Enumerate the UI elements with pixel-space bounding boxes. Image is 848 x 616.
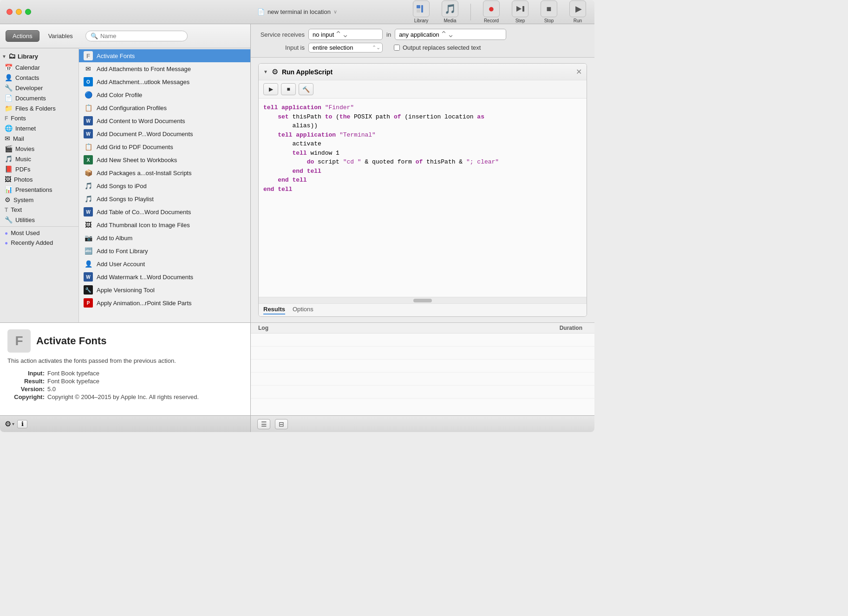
action-add-attach-front[interactable]: ✉ Add Attachments to Front Message: [79, 62, 250, 75]
run-button[interactable]: ▶ Run: [568, 0, 588, 23]
hammer-button[interactable]: 🔨: [299, 83, 313, 95]
collapse-arrow[interactable]: ▼: [263, 69, 268, 74]
close-button[interactable]: [7, 9, 13, 15]
detail-action-icon: F: [7, 329, 31, 353]
action-label-add-thumbnail: Add Thumbnail Icon to Image Files: [97, 222, 190, 229]
tree-item-recently[interactable]: ● Recently Added: [0, 238, 78, 248]
maximize-button[interactable]: [25, 9, 31, 15]
tree-item-most-used[interactable]: ● Most Used: [0, 228, 78, 238]
tree-item-pdfs[interactable]: 📕 PDFs: [0, 164, 78, 174]
tree-item-fonts[interactable]: F Fonts: [0, 113, 78, 123]
options-tab[interactable]: Options: [293, 306, 313, 315]
gear-icon: ⚙: [5, 419, 11, 428]
step-button[interactable]: Step: [510, 0, 530, 23]
variables-tab[interactable]: Variables: [41, 30, 80, 42]
detail-meta-copyright: Copyright: Copyright © 2004–2015 by Appl…: [7, 393, 243, 400]
action-add-packages[interactable]: 📦 Add Packages a...ost-Install Scripts: [79, 166, 250, 179]
no-input-dropdown[interactable]: no input ⌃⌄: [308, 29, 383, 40]
action-add-table-word[interactable]: W Add Table of Co...Word Documents: [79, 205, 250, 218]
close-script-button[interactable]: ✕: [576, 68, 582, 76]
tree-label-pdfs: PDFs: [15, 166, 31, 173]
input-is-label: Input is: [258, 44, 305, 51]
action-add-doc-p-word[interactable]: W Add Document P...Word Documents: [79, 127, 250, 140]
split-view-button[interactable]: ⊟: [275, 419, 288, 429]
tree-item-calendar[interactable]: 📅 Calendar: [0, 62, 78, 72]
list-view-button[interactable]: ☰: [257, 419, 270, 429]
action-add-user-account[interactable]: 👤 Add User Account: [79, 257, 250, 270]
output-replaces-checkbox[interactable]: [394, 45, 400, 51]
log-row-2: [251, 347, 594, 360]
tree-item-music[interactable]: 🎵 Music: [0, 154, 78, 164]
scrollbar-thumb[interactable]: [413, 299, 432, 302]
action-label-add-to-album: Add to Album: [97, 235, 132, 242]
action-add-attach-outlook[interactable]: O Add Attachment...utlook Messages: [79, 75, 250, 88]
info-button[interactable]: ℹ: [17, 420, 27, 428]
action-apply-animation[interactable]: P Apply Animation...rPoint Slide Parts: [79, 296, 250, 309]
code-scrollbar[interactable]: [259, 297, 587, 303]
action-add-songs-ipod[interactable]: 🎵 Add Songs to iPod: [79, 179, 250, 192]
script-tabs: Results Options: [259, 303, 587, 316]
tree-item-internet[interactable]: 🌐 Internet: [0, 123, 78, 133]
tree-item-mail[interactable]: ✉ Mail: [0, 133, 78, 144]
search-input[interactable]: [100, 33, 183, 39]
actions-tab[interactable]: Actions: [6, 30, 39, 42]
action-add-content-word[interactable]: W Add Content to Word Documents: [79, 114, 250, 127]
tree-label-utilities: Utilities: [15, 216, 35, 223]
stop-button[interactable]: ■ Stop: [539, 0, 559, 23]
results-tab[interactable]: Results: [263, 306, 285, 315]
action-add-songs-playlist[interactable]: 🎵 Add Songs to Playlist: [79, 192, 250, 205]
photos-icon: 🖼: [5, 176, 11, 183]
action-label-add-content-word: Add Content to Word Documents: [97, 118, 185, 125]
tree-item-photos[interactable]: 🖼 Photos: [0, 174, 78, 184]
action-add-watermark[interactable]: W Add Watermark t...Word Documents: [79, 270, 250, 283]
library-tree-header[interactable]: ▼ 🗂 Library: [0, 50, 78, 62]
stop-script-button[interactable]: ■: [281, 83, 296, 95]
in-label: in: [386, 31, 391, 38]
result-value: Font Book typeface: [47, 378, 99, 385]
play-script-button[interactable]: ▶: [263, 83, 278, 95]
action-add-to-font-lib[interactable]: 🔤 Add to Font Library: [79, 244, 250, 257]
svg-rect-2: [417, 9, 420, 13]
window-title: 📄 new terminal in location ∨: [257, 8, 337, 15]
tree-label-calendar: Calendar: [15, 64, 40, 71]
tree-item-utilities[interactable]: 🔧 Utilities: [0, 215, 78, 225]
tree-item-presentations[interactable]: 📊 Presentations: [0, 184, 78, 195]
any-app-dropdown[interactable]: any application ⌃⌄: [395, 29, 506, 40]
action-activate-fonts[interactable]: F Activate Fonts: [79, 49, 250, 62]
tree-item-contacts[interactable]: 👤 Contacts: [0, 72, 78, 83]
entire-selection-dropdown[interactable]: entire selection ⌃⌄: [308, 43, 383, 52]
minimize-button[interactable]: [16, 9, 22, 15]
tree-item-developer[interactable]: 🔧 Developer: [0, 83, 78, 93]
action-label-add-songs-playlist: Add Songs to Playlist: [97, 196, 154, 203]
action-label-add-user-account: Add User Account: [97, 261, 145, 268]
action-add-to-album[interactable]: 📷 Add to Album: [79, 231, 250, 244]
action-icon-add-to-font-lib: 🔤: [84, 246, 93, 256]
internet-icon: 🌐: [5, 125, 13, 132]
most-used-icon: ●: [5, 230, 8, 236]
tree-item-system[interactable]: ⚙ System: [0, 195, 78, 205]
left-panel: Actions Variables 🔍 ▼ 🗂 Library: [0, 24, 251, 432]
record-button[interactable]: ● Record: [481, 0, 502, 23]
media-button[interactable]: 🎵 Media: [440, 0, 460, 23]
left-bottom-toolbar: ⚙ ▾ ℹ: [0, 415, 250, 432]
library-button[interactable]: Library: [411, 0, 431, 23]
tree-item-movies[interactable]: 🎬 Movies: [0, 144, 78, 154]
entire-selection-arrows: ⌃⌄: [372, 45, 380, 51]
tree-item-text[interactable]: T Text: [0, 205, 78, 215]
tree-item-files[interactable]: 📁 Files & Folders: [0, 103, 78, 113]
action-icon-apple-versioning: 🔧: [84, 285, 93, 295]
code-editor[interactable]: tell application "Finder" set thisPath t…: [259, 98, 587, 297]
left-toolbar: Actions Variables 🔍: [0, 24, 250, 48]
tree-item-documents[interactable]: 📄 Documents: [0, 93, 78, 103]
action-add-grid-pdf[interactable]: 📋 Add Grid to PDF Documents: [79, 140, 250, 153]
action-add-thumbnail[interactable]: 🖼 Add Thumbnail Icon to Image Files: [79, 218, 250, 231]
action-add-color-profile[interactable]: 🔵 Add Color Profile: [79, 88, 250, 101]
calendar-icon: 📅: [5, 64, 13, 71]
title-chevron: ∨: [333, 9, 337, 15]
script-area: ▼ ⚙ Run AppleScript ✕ ▶ ■ 🔨: [251, 58, 594, 322]
settings-dropdown[interactable]: ⚙ ▾: [5, 419, 14, 428]
action-add-new-sheet[interactable]: X Add New Sheet to Workbooks: [79, 153, 250, 166]
service-receives-row: Service receives no input ⌃⌄ in any appl…: [258, 29, 587, 40]
action-apple-versioning[interactable]: 🔧 Apple Versioning Tool: [79, 283, 250, 296]
action-add-config-profiles[interactable]: 📋 Add Configuration Profiles: [79, 101, 250, 114]
